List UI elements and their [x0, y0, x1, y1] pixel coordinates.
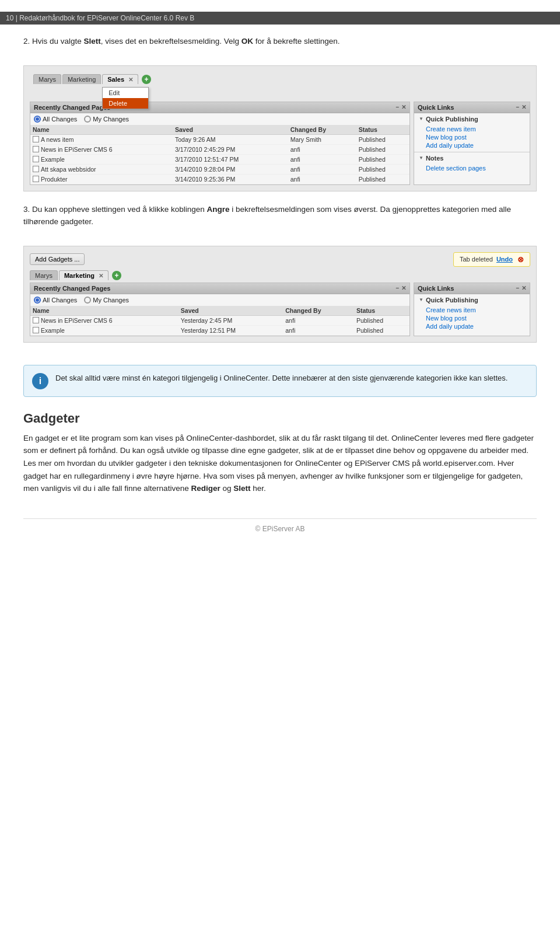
- page-container: 10 | Redaktørhåndbok for EPiServer Onlin…: [0, 0, 560, 556]
- link-create-news[interactable]: Create news item: [419, 125, 525, 133]
- recently-changed-title: Recently Changed Pages: [34, 104, 110, 111]
- cell-saved: 3/14/2010 9:28:04 PM: [173, 164, 288, 174]
- quick-publishing-title-2: Quick Publishing: [419, 297, 525, 304]
- filter2-all-label: All Changes: [43, 297, 77, 304]
- row-checkbox[interactable]: [33, 156, 39, 162]
- link-delete-section[interactable]: Delete section pages: [419, 164, 525, 172]
- step3-prefix: 3. Du kan oppheve slettingen ved å klikk…: [23, 205, 206, 214]
- ql-close-icon[interactable]: ✕: [522, 104, 526, 110]
- add-tab2-button[interactable]: +: [112, 271, 121, 280]
- link-add-daily[interactable]: Add daily update: [419, 141, 525, 149]
- filter2-all-changes[interactable]: All Changes: [34, 297, 77, 304]
- rcp2-body: Name Saved Changed By Status News in EPi…: [30, 306, 410, 336]
- tab-marys[interactable]: Marys: [33, 74, 61, 84]
- cell-status: Published: [356, 164, 410, 174]
- undo-close-icon[interactable]: ⊗: [517, 255, 524, 264]
- ql-minimize-icon[interactable]: –: [516, 104, 519, 110]
- gadgets-and: og: [220, 484, 234, 493]
- tabs-left: Marys Marketing Sales ✕ Edit Delete +: [33, 74, 151, 84]
- gadget-row-2: Recently Changed Pages – ✕ All Changes: [30, 283, 530, 336]
- rcp2-close-icon[interactable]: ✕: [401, 285, 406, 291]
- row-checkbox[interactable]: [33, 166, 39, 172]
- rcp2-title: Recently Changed Pages: [34, 285, 110, 292]
- tab-close-icon[interactable]: ✕: [128, 76, 133, 83]
- gadgets-text-end: her.: [250, 484, 265, 493]
- step3-text: 3. Du kan oppheve slettingen ved å klikk…: [23, 203, 537, 228]
- quick-publishing-section-2: Quick Publishing Create news item New bl…: [414, 294, 530, 333]
- cell-by: anfi: [288, 174, 356, 184]
- cell-name: A news item: [30, 134, 173, 144]
- ql2-header: Quick Links – ✕: [414, 283, 530, 294]
- tab2-marketing[interactable]: Marketing ✕: [59, 270, 108, 280]
- step2-bold-ok: OK: [242, 37, 253, 46]
- header-title: Redaktørhåndbok for EPiServer OnlineCent…: [19, 14, 194, 22]
- link2-new-blog[interactable]: New blog post: [419, 314, 525, 322]
- row-checkbox[interactable]: [33, 176, 39, 182]
- table-row: Produkter 3/14/2010 9:25:36 PM anfi Publ…: [30, 174, 410, 184]
- footer-text: © EPiServer AB: [256, 525, 305, 533]
- tab-deleted-text: Tab deleted: [460, 256, 493, 263]
- rcp2-table: Name Saved Changed By Status News in EPi…: [30, 306, 410, 336]
- tab2-close-icon[interactable]: ✕: [99, 273, 103, 279]
- quick-links-title: Quick Links: [418, 104, 454, 111]
- recently-changed-panel: Recently Changed Pages – ✕ All Changes: [30, 102, 410, 185]
- ql2-close-icon[interactable]: ✕: [522, 285, 526, 291]
- cell-saved: 3/17/2010 12:51:47 PM: [173, 154, 288, 164]
- cell-saved: 3/17/2010 2:45:29 PM: [173, 144, 288, 154]
- radio2-all-icon: [34, 297, 41, 304]
- tabs-area-1: Marys Marketing Sales ✕ Edit Delete +: [30, 72, 530, 84]
- step2-text: 2. Hvis du valgte Slett, vises det en be…: [23, 35, 537, 48]
- cell2-saved: Yesterday 2:45 PM: [178, 315, 283, 325]
- rcp2-minimize-icon[interactable]: –: [396, 285, 399, 291]
- menu-edit[interactable]: Edit: [103, 88, 148, 98]
- filter-my-label: My Changes: [93, 116, 129, 123]
- col-name: Name: [30, 125, 173, 135]
- cell2b-status: Published: [354, 325, 410, 335]
- filter-my-changes[interactable]: My Changes: [84, 116, 129, 123]
- info-icon: i: [32, 373, 48, 389]
- add-tab-button[interactable]: +: [142, 75, 151, 84]
- minimize-icon[interactable]: –: [396, 104, 399, 110]
- table-row: News in EPiServer CMS 6 3/17/2010 2:45:2…: [30, 144, 410, 154]
- cell-name: Produkter: [30, 174, 173, 184]
- add-gadgets-button[interactable]: Add Gadgets ...: [30, 253, 85, 265]
- cell-name: Example: [30, 154, 173, 164]
- undo-link[interactable]: Undo: [496, 256, 513, 263]
- col2-saved: Saved: [178, 306, 283, 316]
- row2-checkbox[interactable]: [33, 317, 39, 323]
- row-checkbox[interactable]: [33, 146, 39, 152]
- recently-changed-header: Recently Changed Pages – ✕: [30, 102, 410, 113]
- menu-delete[interactable]: Delete: [103, 98, 148, 109]
- filter-all-changes[interactable]: All Changes: [34, 116, 77, 123]
- link2-add-daily[interactable]: Add daily update: [419, 322, 525, 330]
- link2-create-news[interactable]: Create news item: [419, 306, 525, 314]
- gadget-row-1: Recently Changed Pages – ✕ All Changes: [30, 102, 530, 185]
- context-menu: Edit Delete: [102, 87, 149, 109]
- cell-status: Published: [356, 134, 410, 144]
- step3-bold-angre: Angre: [206, 205, 229, 214]
- ql2-minimize-icon[interactable]: –: [516, 285, 519, 291]
- cell-by: Mary Smith: [288, 134, 356, 144]
- top-actions-bar: Add Gadgets ... Tab deleted Undo ⊗: [30, 252, 530, 270]
- close-icon[interactable]: ✕: [401, 104, 406, 110]
- screenshot2: Add Gadgets ... Tab deleted Undo ⊗ Marys…: [23, 246, 537, 343]
- quick-publishing-section: Quick Publishing Create news item New bl…: [414, 113, 530, 152]
- tab-marketing[interactable]: Marketing: [62, 74, 101, 84]
- radio2-my-icon: [84, 297, 91, 304]
- notes-section: Notes Delete section pages: [414, 152, 530, 175]
- cell2-by: anfi: [283, 315, 354, 325]
- tab2-marys[interactable]: Marys: [30, 270, 58, 280]
- cell-status: Published: [356, 144, 410, 154]
- cell-by: anfi: [288, 154, 356, 164]
- undo-banner: Tab deleted Undo ⊗: [453, 252, 530, 267]
- row2b-checkbox[interactable]: [33, 327, 39, 333]
- tab-sales[interactable]: Sales ✕: [102, 74, 138, 84]
- cell2b-saved: Yesterday 12:51 PM: [178, 325, 283, 335]
- page-number: 10: [6, 14, 13, 22]
- recently-changed-body: Name Saved Changed By Status A news item…: [30, 125, 410, 184]
- row-checkbox[interactable]: [33, 136, 39, 142]
- cell2b-by: anfi: [283, 325, 354, 335]
- link-new-blog[interactable]: New blog post: [419, 133, 525, 141]
- filter2-my-changes[interactable]: My Changes: [84, 297, 129, 304]
- col-status: Status: [356, 125, 410, 135]
